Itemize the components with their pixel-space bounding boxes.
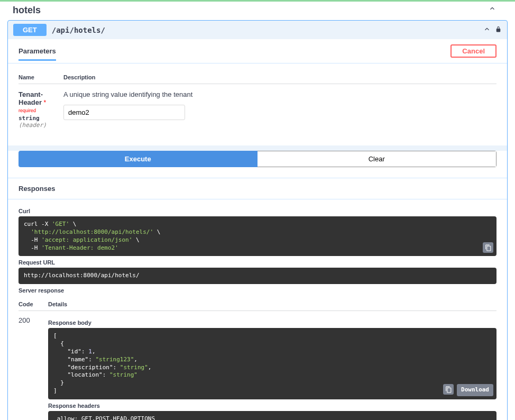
required-label: required bbox=[19, 108, 36, 113]
copy-icon[interactable] bbox=[443, 384, 454, 395]
server-response-label: Server response bbox=[19, 287, 496, 294]
response-headers-label: Response headers bbox=[48, 403, 496, 409]
param-name: Tenant-Header bbox=[19, 90, 43, 106]
chevron-up-icon bbox=[483, 25, 491, 34]
response-body-block: [ { "id": 1, "name": "string123", "descr… bbox=[48, 328, 496, 399]
curl-label: Curl bbox=[19, 208, 496, 214]
lock-icon[interactable] bbox=[495, 26, 502, 34]
response-body-label: Response body bbox=[48, 319, 496, 326]
col-name: Name bbox=[19, 74, 63, 80]
col-code: Code bbox=[19, 301, 48, 307]
request-url-block: http://localhost:8000/api/hotels/ bbox=[19, 268, 496, 284]
curl-block: curl -X 'GET' \ 'http://localhost:8000/a… bbox=[19, 216, 496, 256]
required-star: * bbox=[43, 99, 46, 106]
parameters-bar: Parameters Cancel bbox=[8, 39, 507, 63]
cancel-button[interactable]: Cancel bbox=[450, 44, 496, 58]
section-title: hotels bbox=[13, 5, 41, 15]
action-buttons: Execute Clear bbox=[19, 151, 496, 167]
param-description: A unique string value identifying the te… bbox=[63, 90, 496, 98]
parameter-row: Tenant-Header * required string (header)… bbox=[19, 84, 496, 135]
parameters-table: Name Description Tenant-Header * require… bbox=[8, 63, 507, 145]
param-in: (header) bbox=[19, 122, 63, 129]
endpoint-panel: GET /api/hotels/ Parameters Cancel Name … bbox=[7, 20, 508, 420]
param-type: string bbox=[19, 115, 63, 122]
col-details: Details bbox=[48, 301, 67, 307]
chevron-up-icon bbox=[489, 5, 496, 14]
download-button[interactable]: Download bbox=[457, 384, 493, 396]
endpoint-header[interactable]: GET /api/hotels/ bbox=[8, 21, 507, 39]
clear-button[interactable]: Clear bbox=[258, 151, 497, 167]
section-header[interactable]: hotels bbox=[0, 2, 515, 20]
copy-icon[interactable] bbox=[483, 242, 493, 253]
response-headers-block: allow: GET,POST,HEAD,OPTIONS content-lan… bbox=[48, 411, 496, 420]
tenant-header-input[interactable] bbox=[63, 105, 185, 120]
execute-button[interactable]: Execute bbox=[19, 151, 258, 167]
endpoint-path: /api/hotels/ bbox=[52, 26, 105, 34]
responses-bar: Responses bbox=[8, 178, 507, 199]
col-description: Description bbox=[63, 74, 96, 80]
response-row: 200 Response body [ { "id": 1, "name": "… bbox=[19, 311, 496, 420]
response-code: 200 bbox=[19, 316, 48, 420]
parameters-title: Parameters bbox=[19, 47, 56, 61]
method-badge: GET bbox=[13, 24, 47, 36]
request-url-label: Request URL bbox=[19, 259, 496, 266]
